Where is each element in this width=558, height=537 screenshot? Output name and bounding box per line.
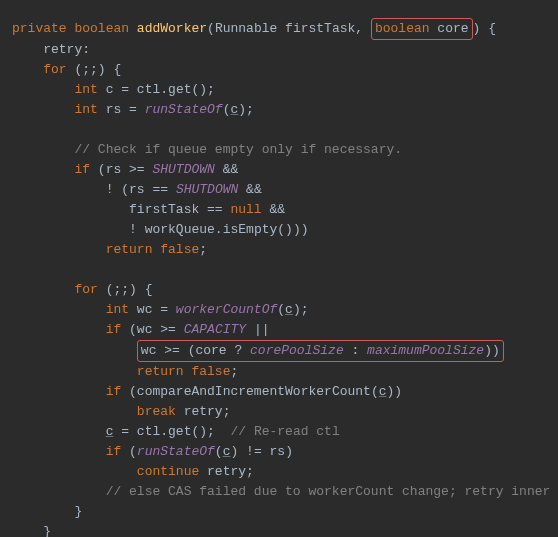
semi: ; [246,464,254,479]
call: compareAndIncrementWorkerCount [137,384,371,399]
call: runStateOf [137,444,215,459]
semi: ; [223,404,231,419]
brace: } [74,504,82,519]
var: workQueue [145,222,215,237]
var: c [223,444,231,459]
keyword: break [137,404,176,419]
var: firstTask [129,202,199,217]
brace: { [480,21,496,36]
op: : [344,343,367,358]
var: c [285,302,293,317]
code-line: break retry; [12,402,546,422]
code-line: // Check if queue empty only if necessar… [12,140,546,160]
op: = [113,424,136,439]
op: && [215,162,238,177]
code-line: int c = ctl.get(); [12,80,546,100]
text: wc >= ( [141,343,196,358]
comment: // Check if queue empty only if necessar… [74,142,402,157]
const: corePoolSize [250,343,344,358]
keyword: return [106,242,153,257]
code-line: } [12,502,546,522]
keyword: boolean [375,21,430,36]
code-line [12,120,546,140]
var: rs [106,162,122,177]
code-line: } [12,522,546,537]
op: >= [121,162,152,177]
keyword: false [191,364,230,379]
code-line: if (compareAndIncrementWorkerCount(c)) [12,382,546,402]
code-line: return false; [12,240,546,260]
code-line: return false; [12,362,546,382]
code-line: continue retry; [12,462,546,482]
text: (;;) { [67,62,122,77]
code-line: int rs = runStateOf(c); [12,100,546,120]
call: runStateOf [145,102,223,117]
op: = [113,82,136,97]
keyword: boolean [74,21,129,36]
param-name: firstTask [285,21,355,36]
call: get [168,82,191,97]
keyword: continue [137,464,199,479]
op: == [145,182,176,197]
dot: . [215,222,223,237]
code-line: wc >= (core ? corePoolSize : maximumPool… [12,340,546,362]
text: ())) [277,222,308,237]
dot: . [160,424,168,439]
code-line: ! (rs == SHUTDOWN && [12,180,546,200]
code-line: if (rs >= SHUTDOWN && [12,160,546,180]
highlight-box: boolean core [371,18,473,40]
call: get [168,424,191,439]
semi: ; [199,242,207,257]
keyword: int [106,302,129,317]
label-ref: retry [184,404,223,419]
method-name: addWorker [137,21,207,36]
comment: // Re-read ctl [230,424,339,439]
var: wc [137,322,153,337]
code-line: if (wc >= CAPACITY || [12,320,546,340]
op: && [262,202,285,217]
keyword: if [106,384,122,399]
call: workerCountOf [176,302,277,317]
code-line: firstTask == null && [12,200,546,220]
keyword: if [106,322,122,337]
code-line: int wc = workerCountOf(c); [12,300,546,320]
var: rs [106,102,122,117]
keyword: if [74,162,90,177]
var: c [230,102,238,117]
brace: } [43,524,51,537]
dot: . [160,82,168,97]
const: maximumPoolSize [367,343,484,358]
code-line: for (;;) { [12,60,546,80]
const: SHUTDOWN [152,162,214,177]
keyword: for [43,62,66,77]
var: rs [129,182,145,197]
code-line: if (runStateOf(c) != rs) [12,442,546,462]
op: >= [152,322,183,337]
keyword: null [230,202,261,217]
comment: // else CAS failed due to workerCount ch… [106,484,558,499]
text: (;;) { [98,282,153,297]
op: || [246,322,269,337]
const: SHUTDOWN [176,182,238,197]
var: ctl [137,424,160,439]
text: (); [191,82,214,97]
code-line [12,260,546,280]
keyword: for [74,282,97,297]
code-line: c = ctl.get(); // Re-read ctl [12,422,546,442]
var: rs [270,444,286,459]
op: = [152,302,175,317]
code-line: private boolean addWorker(Runnable first… [12,18,546,40]
op: ? [227,343,250,358]
keyword: int [74,102,97,117]
param-name: core [437,21,468,36]
label-ref: retry [207,464,246,479]
code-line: // else CAS failed due to workerCount ch… [12,482,546,502]
text: )) [484,343,500,358]
keyword: if [106,444,122,459]
keyword: int [74,82,97,97]
keyword: false [160,242,199,257]
bang: ! [129,222,145,237]
semi: ; [230,364,238,379]
param-type: Runnable [215,21,277,36]
keyword: private [12,21,67,36]
